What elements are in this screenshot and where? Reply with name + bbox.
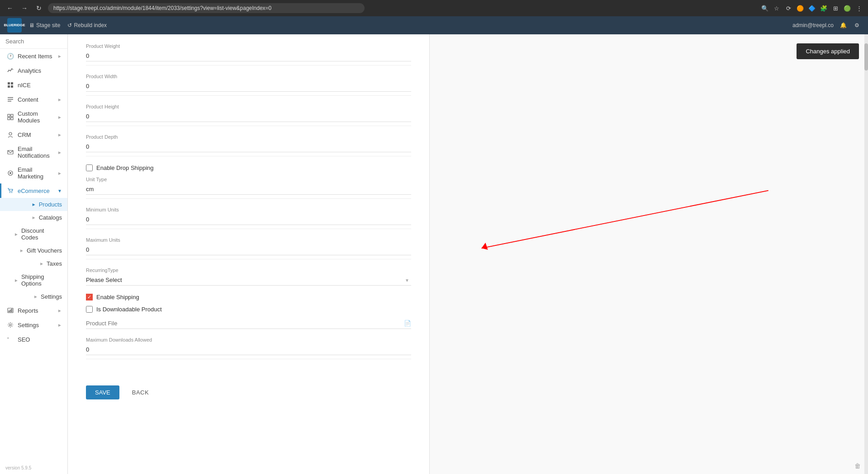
product-weight-input[interactable] <box>86 51 411 61</box>
product-height-label: Product Height <box>86 104 411 109</box>
search-icon[interactable]: 🔍 <box>760 4 769 13</box>
menu-icon[interactable]: ⋮ <box>854 4 863 13</box>
file-browse-icon[interactable]: 📄 <box>404 320 411 327</box>
history-icon[interactable]: ⟳ <box>784 4 793 13</box>
sidebar-search-area[interactable] <box>0 34 67 49</box>
sidebar-item-email-marketing[interactable]: Email Marketing ► <box>0 163 67 183</box>
unit-type-group: Unit Type <box>86 177 411 199</box>
sidebar-sub-catalogs[interactable]: ► Catalogs <box>0 211 67 224</box>
save-button[interactable]: SAVE <box>86 385 119 399</box>
ext2-icon[interactable]: 🔷 <box>807 4 816 13</box>
maximum-units-input[interactable] <box>86 244 411 255</box>
analytics-icon <box>7 67 14 74</box>
recurring-type-label: RecurringType <box>86 268 411 273</box>
sidebar-item-reports[interactable]: Reports ► <box>0 303 67 318</box>
svg-rect-2 <box>8 85 10 88</box>
svg-rect-20 <box>11 309 12 312</box>
sidebar-item-email-notifications[interactable]: Email Notifications ► <box>0 142 67 163</box>
product-weight-group: Product Weight <box>86 43 411 66</box>
profile-icon[interactable]: 🟢 <box>843 4 852 13</box>
svg-point-11 <box>9 132 12 135</box>
enable-drop-shipping-checkbox[interactable] <box>86 164 93 171</box>
sidebar-item-label: Products <box>39 201 62 208</box>
product-file-group: 📄 <box>86 318 411 329</box>
minimum-units-label: Minimum Units <box>86 207 411 212</box>
sidebar-item-custom-modules[interactable]: Custom Modules ► <box>0 107 67 127</box>
rebuild-link[interactable]: ↺ Rebuild index <box>67 22 107 28</box>
svg-rect-19 <box>10 310 11 312</box>
sidebar-item-settings[interactable]: Settings ► <box>0 318 67 332</box>
bookmark-icon[interactable]: ☆ <box>772 4 781 13</box>
sidebar-item-content[interactable]: Content ► <box>0 92 67 107</box>
back-button[interactable]: BACK <box>125 385 156 399</box>
unit-type-label: Unit Type <box>86 177 411 182</box>
sidebar-item-recent[interactable]: 🕐 Recent Items ► <box>0 49 67 63</box>
svg-rect-9 <box>8 117 10 120</box>
product-depth-group: Product Depth <box>86 134 411 156</box>
scrollbar-thumb[interactable] <box>864 43 868 70</box>
stage-site-link[interactable]: 🖥 Stage site <box>29 22 60 28</box>
sidebar-sub-taxes[interactable]: ► Taxes <box>0 257 67 270</box>
bottom-actions: SAVE BACK <box>68 376 429 408</box>
content-icon <box>7 96 14 103</box>
is-downloadable-checkbox[interactable] <box>86 306 93 313</box>
nice-icon <box>7 81 14 89</box>
modules-icon <box>7 113 14 121</box>
sidebar-sub-gift[interactable]: ► Gift Vouchers <box>0 244 67 257</box>
svg-point-15 <box>9 192 10 193</box>
product-file-input[interactable] <box>86 320 404 327</box>
ext3-icon[interactable]: 🧩 <box>819 4 828 13</box>
toast-container: Changes applied <box>797 43 859 59</box>
arrow-down-icon: ▼ <box>57 188 62 193</box>
seo-icon: " <box>7 336 14 343</box>
sidebar-sub-discount[interactable]: ► Discount Codes <box>0 224 67 244</box>
reload-button[interactable]: ↻ <box>33 3 44 14</box>
product-height-input[interactable] <box>86 111 411 122</box>
address-bar[interactable]: https://stage.treepl.co/admin/module/184… <box>48 3 365 13</box>
is-downloadable-row: Is Downloadable Product <box>86 306 411 313</box>
trash-icon[interactable]: 🗑 <box>854 462 861 469</box>
forward-button[interactable]: → <box>19 3 30 14</box>
enable-drop-shipping-label[interactable]: Enable Drop Shipping <box>96 164 153 171</box>
sidebar-item-crm[interactable]: CRM ► <box>0 127 67 142</box>
maximum-units-label: Maximum Units <box>86 237 411 243</box>
minimum-units-input[interactable] <box>86 214 411 225</box>
sidebar-sub-products[interactable]: ► Products <box>0 198 67 211</box>
back-button[interactable]: ← <box>5 3 15 14</box>
sidebar-item-label: eCommerce <box>18 188 50 194</box>
unit-type-input[interactable] <box>86 184 411 195</box>
is-downloadable-label[interactable]: Is Downloadable Product <box>96 306 162 313</box>
sidebar-sub-shipping[interactable]: ► Shipping Options <box>0 270 67 290</box>
search-input[interactable] <box>5 38 62 45</box>
sub-arrow-icon: ► <box>32 215 36 220</box>
sidebar: 🕐 Recent Items ► Analytics nICE Content … <box>0 34 68 474</box>
annotation-arrow <box>430 34 868 474</box>
product-width-input[interactable] <box>86 81 411 92</box>
sidebar-item-label: SEO <box>18 336 30 343</box>
ext4-icon[interactable]: ⊞ <box>831 4 840 13</box>
sidebar-item-label: CRM <box>18 131 31 138</box>
sidebar-item-nice[interactable]: nICE <box>0 78 67 92</box>
sidebar-item-seo[interactable]: " SEO <box>0 332 67 347</box>
ext1-icon[interactable]: 🟠 <box>796 4 805 13</box>
svg-rect-1 <box>11 82 13 84</box>
sidebar-item-analytics[interactable]: Analytics <box>0 63 67 78</box>
notifications-icon[interactable]: 🔔 <box>839 21 847 29</box>
sidebar-sub-ecom-settings[interactable]: ► Settings <box>0 290 67 303</box>
sidebar-item-ecommerce[interactable]: eCommerce ▼ <box>0 183 67 198</box>
max-downloads-input[interactable] <box>86 344 411 355</box>
content-area: Product Weight Product Width Product Hei… <box>68 34 429 376</box>
sidebar-item-label: Shipping Options <box>21 273 62 287</box>
enable-shipping-label[interactable]: Enable Shipping <box>96 294 139 300</box>
settings-icon[interactable]: ⚙ <box>853 21 861 29</box>
svg-rect-8 <box>11 114 13 117</box>
scrollbar[interactable] <box>864 34 868 474</box>
enable-shipping-checkbox[interactable]: ✓ <box>86 294 93 300</box>
svg-rect-10 <box>11 117 13 120</box>
arrow-icon: ► <box>57 150 62 155</box>
monitor-icon: 🖥 <box>29 22 34 28</box>
svg-rect-5 <box>8 99 13 100</box>
svg-text:": " <box>7 337 9 342</box>
product-depth-input[interactable] <box>86 141 411 152</box>
recurring-type-select[interactable]: Please Select Monthly Yearly Weekly <box>86 275 411 286</box>
